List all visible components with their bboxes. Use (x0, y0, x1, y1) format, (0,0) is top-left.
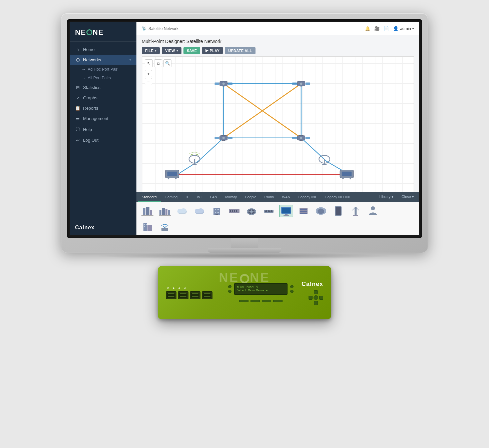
palette-icon-hub[interactable] (262, 205, 276, 217)
hardware-port-3 (202, 291, 212, 299)
palette-tab-close[interactable]: Close ▾ (398, 192, 418, 202)
search-tool[interactable]: 🔍 (163, 59, 171, 67)
palette-icon-cloud2[interactable] (192, 205, 206, 217)
hardware-side-buttons-right (290, 285, 294, 293)
svg-rect-64 (215, 212, 216, 213)
sidebar-item-reports-label: Reports (83, 106, 131, 111)
zoom-out-button[interactable]: − (145, 78, 152, 85)
svg-point-45 (350, 178, 351, 179)
palette-icon-server[interactable] (297, 205, 311, 217)
allportpairs-arrow-icon: ↔ (82, 76, 86, 80)
select-tool[interactable]: ↖ (145, 59, 153, 67)
palette-tab-lan[interactable]: LAN (206, 193, 221, 202)
update-all-label: UPDATE ALL (228, 49, 252, 53)
svg-point-37 (322, 163, 327, 165)
hw-dpad-center (314, 295, 318, 300)
palette-icon-city2[interactable] (158, 205, 172, 217)
play-button[interactable]: ▶ PLAY (202, 47, 223, 54)
networks-icon: ⬡ (75, 57, 80, 62)
svg-rect-14 (214, 82, 219, 85)
sidebar-item-management-label: Management (83, 116, 131, 121)
video-icon[interactable]: 🎥 (374, 26, 380, 31)
svg-rect-100 (147, 225, 152, 231)
sidebar-item-home[interactable]: ⌂ Home (70, 44, 136, 55)
palette-icon-rack[interactable] (331, 205, 345, 217)
svg-point-21 (300, 82, 302, 85)
svg-point-79 (268, 210, 270, 212)
network-canvas[interactable]: ↖ ⧉ 🔍 + − (142, 56, 414, 192)
sidebar-item-logout[interactable]: ↩ Log Out (70, 135, 136, 145)
sidebar-item-reports[interactable]: 📋 Reports (70, 103, 136, 113)
home-icon: ⌂ (75, 47, 80, 52)
palette-tab-legacy-neone[interactable]: Legacy NEONE (321, 193, 355, 202)
file-button[interactable]: FILE ▾ (142, 47, 160, 54)
update-all-button[interactable]: UPDATE ALL (225, 47, 255, 54)
sidebar-item-networks[interactable]: ⬡ Networks ▾ (70, 55, 136, 65)
sidebar-item-allportpairs[interactable]: ↔ All Port Pairs (70, 74, 136, 82)
palette-icon-building[interactable] (140, 221, 154, 233)
hardware-port-2 (190, 291, 200, 299)
palette-tab-it[interactable]: IT (181, 193, 193, 202)
palette-icon-monitor[interactable] (279, 205, 293, 217)
save-button-label: SAVE (187, 49, 197, 53)
sidebar-item-management[interactable]: ☰ Management (70, 113, 136, 124)
svg-rect-48 (150, 210, 152, 215)
sidebar-item-allportpairs-label: All Port Pairs (88, 76, 111, 80)
view-button[interactable]: VIEW ▾ (162, 47, 181, 54)
bell-icon[interactable]: 🔔 (365, 26, 370, 31)
sidebar-item-graphs[interactable]: ↗ Graphs (70, 93, 136, 103)
hw-btn-1 (228, 285, 231, 288)
palette-tab-wan[interactable]: WAN (278, 193, 294, 202)
docs-icon[interactable]: 📄 (384, 26, 389, 31)
hw-bottom-btn-3 (262, 300, 271, 302)
hw-btn-3 (290, 285, 294, 288)
hardware-display-line2: Select Main Menus ÷ (237, 289, 285, 292)
svg-rect-53 (168, 210, 170, 215)
palette-icon-switch[interactable] (227, 205, 241, 217)
monitor-stand (67, 238, 422, 253)
svg-rect-96 (355, 207, 357, 215)
svg-rect-52 (165, 209, 167, 215)
hw-bottom-btn-2 (251, 300, 260, 302)
sidebar-item-adhoc-label: Ad Hoc Port Pair (88, 67, 117, 72)
palette-tab-iot[interactable]: IoT (193, 193, 206, 202)
palette-icon-firewall[interactable] (314, 205, 328, 217)
palette-tab-people[interactable]: People (241, 193, 260, 202)
hw-dpad-right (319, 296, 323, 300)
hw-dpad-up (314, 290, 318, 294)
palette-icon-city[interactable] (140, 205, 154, 217)
palette-icon-wifi-router[interactable] (158, 221, 172, 233)
sidebar-item-statistics[interactable]: ⊞ Statistics (70, 82, 136, 93)
svg-rect-66 (215, 214, 218, 215)
hardware-display-line1: NEoNE Model 5 (237, 286, 285, 289)
palette-tab-military[interactable]: Military (221, 193, 241, 202)
admin-label: admin (400, 26, 411, 31)
palette-icon-router[interactable] (245, 205, 259, 217)
svg-rect-19 (292, 82, 297, 85)
zoom-in-button[interactable]: + (145, 70, 152, 77)
admin-menu[interactable]: 👤 admin ▾ (393, 26, 414, 31)
reports-icon: 📋 (75, 106, 80, 111)
hardware-port-0 (166, 291, 176, 299)
palette-icon-cloud[interactable] (175, 205, 189, 217)
palette-icon-office[interactable] (210, 205, 224, 217)
palette-tab-radio[interactable]: Radio (260, 193, 278, 202)
palette-tab-standard[interactable]: Standard (138, 193, 161, 202)
svg-rect-63 (217, 209, 219, 210)
sidebar-item-adhoc[interactable]: ↔ Ad Hoc Port Pair (70, 65, 136, 74)
palette-tab-gaming[interactable]: Gaming (161, 193, 182, 202)
svg-rect-94 (336, 211, 341, 213)
copy-tool[interactable]: ⧉ (154, 59, 162, 67)
svg-point-26 (222, 137, 225, 139)
save-button[interactable]: SAVE (183, 47, 200, 54)
sidebar-brand: Calnex (70, 220, 136, 235)
palette-tab-library[interactable]: Library ▾ (375, 192, 398, 202)
sidebar-item-help[interactable]: ⓘ Help (70, 124, 136, 135)
palette-icon-tower[interactable] (349, 205, 363, 217)
sidebar-item-logout-label: Log Out (83, 138, 131, 143)
palette-tab-legacy-ine[interactable]: Legacy INE (294, 193, 321, 202)
hardware-ports: 0 1 2 3 (166, 286, 212, 299)
palette-icon-person[interactable] (366, 205, 380, 217)
admin-chevron-icon: ▾ (412, 27, 414, 30)
sidebar-item-graphs-label: Graphs (83, 95, 131, 100)
